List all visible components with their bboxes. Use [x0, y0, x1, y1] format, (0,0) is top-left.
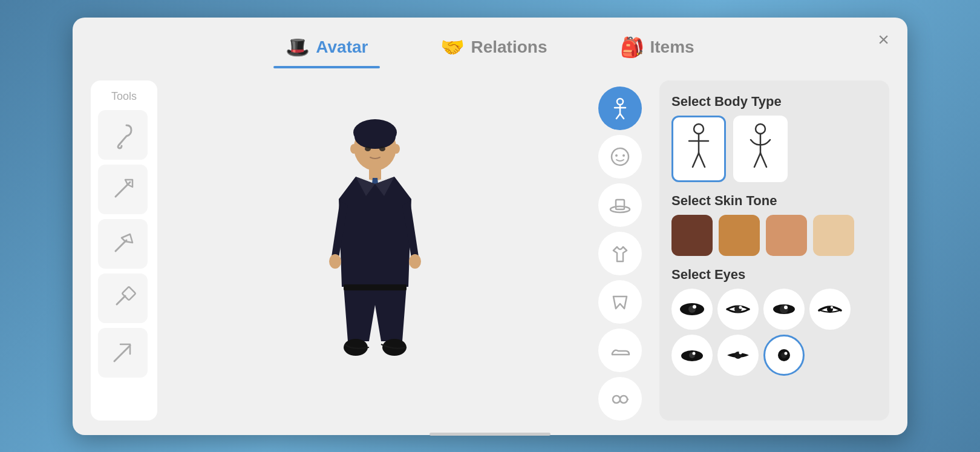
eye-option-4[interactable]: [809, 289, 851, 330]
tab-bar: 🎩 Avatar 🤝 Relations 🎒 Items ×: [73, 18, 907, 68]
body-type-male[interactable]: [671, 116, 726, 182]
tab-items[interactable]: 🎒 Items: [608, 28, 707, 68]
customization-panel: Select Body Type: [659, 80, 889, 421]
svg-point-28: [613, 396, 620, 403]
svg-point-49: [784, 306, 788, 309]
skin-dark[interactable]: [671, 215, 713, 256]
avatar-character: [315, 111, 436, 390]
svg-point-13: [329, 254, 341, 269]
svg-point-51: [831, 306, 833, 309]
arrow-tool[interactable]: [98, 328, 148, 378]
hook-tool[interactable]: [98, 110, 148, 160]
skin-tone-grid: [671, 215, 877, 256]
face-icon-btn[interactable]: [598, 135, 642, 179]
hat-icon-btn[interactable]: [598, 183, 642, 227]
body-type-grid: [671, 116, 877, 182]
svg-point-17: [382, 339, 407, 356]
pants-icon-btn[interactable]: [598, 280, 642, 324]
svg-point-18: [617, 99, 623, 105]
svg-point-24: [615, 154, 618, 157]
bottom-bar: [73, 433, 907, 437]
skin-tone-section: Select Skin Tone: [671, 193, 877, 256]
svg-line-2: [117, 296, 125, 304]
eye-option-2[interactable]: [717, 289, 759, 330]
main-dialog: 🎩 Avatar 🤝 Relations 🎒 Items × Tools: [73, 18, 907, 435]
axe-icon: [108, 175, 137, 204]
tab-relations[interactable]: 🤝 Relations: [428, 28, 559, 68]
tools-label: Tools: [98, 90, 150, 103]
skin-medium-dark[interactable]: [719, 215, 760, 256]
svg-line-40: [754, 153, 760, 167]
svg-point-23: [612, 148, 629, 165]
svg-point-8: [365, 146, 371, 151]
content-area: Tools: [73, 68, 907, 433]
glasses-icon-btn[interactable]: [598, 377, 642, 421]
body-type-female[interactable]: [733, 116, 788, 182]
avatar-tab-icon: 🎩: [286, 36, 310, 59]
svg-point-54: [693, 352, 696, 355]
svg-point-25: [622, 154, 625, 157]
body-icon-btn[interactable]: [598, 87, 642, 130]
svg-line-37: [699, 153, 705, 167]
svg-point-16: [344, 339, 368, 356]
items-tab-icon: 🎒: [620, 36, 644, 59]
svg-point-44: [693, 305, 696, 309]
side-icons-panel: [593, 80, 647, 421]
svg-point-59: [785, 352, 788, 355]
items-tab-label: Items: [650, 38, 694, 57]
svg-point-7: [354, 125, 396, 149]
svg-point-33: [694, 124, 704, 134]
svg-rect-27: [616, 200, 624, 209]
eye-option-3[interactable]: [763, 289, 805, 330]
shirt-icon-btn[interactable]: [598, 232, 642, 275]
scroll-indicator: [430, 433, 550, 436]
svg-line-21: [616, 114, 620, 119]
eye-option-1[interactable]: [671, 289, 713, 330]
tools-panel: Tools: [91, 80, 157, 421]
eye-option-7[interactable]: [763, 335, 805, 376]
pickaxe-tool[interactable]: [98, 219, 148, 269]
relations-tab-label: Relations: [471, 38, 547, 57]
hammer-tool[interactable]: [98, 273, 148, 323]
arrow-icon: [108, 338, 137, 367]
eye-option-6[interactable]: [717, 335, 759, 376]
svg-point-46: [739, 306, 742, 309]
eyes-title: Select Eyes: [671, 267, 877, 283]
svg-point-38: [756, 124, 765, 134]
eye-option-5[interactable]: [671, 335, 713, 376]
skin-tone-title: Select Skin Tone: [671, 193, 877, 209]
axe-tool[interactable]: [98, 165, 148, 214]
pickaxe-icon: [108, 229, 137, 258]
svg-rect-15: [344, 284, 407, 290]
svg-point-29: [620, 396, 627, 403]
svg-point-14: [409, 254, 421, 269]
avatar-tab-label: Avatar: [316, 38, 368, 57]
tab-avatar[interactable]: 🎩 Avatar: [273, 28, 380, 68]
svg-line-22: [620, 114, 624, 119]
body-type-title: Select Body Type: [671, 94, 877, 110]
eyes-grid: [671, 289, 877, 376]
svg-point-56: [739, 351, 742, 354]
relations-tab-icon: 🤝: [440, 36, 465, 59]
hook-icon: [108, 120, 137, 149]
shoes-icon-btn[interactable]: [598, 329, 642, 372]
svg-line-41: [760, 153, 766, 167]
svg-point-11: [393, 144, 400, 154]
skin-light[interactable]: [813, 215, 854, 256]
skin-medium[interactable]: [766, 215, 807, 256]
close-button[interactable]: ×: [878, 30, 889, 49]
svg-line-36: [693, 153, 699, 167]
svg-point-10: [350, 144, 358, 154]
eyes-section: Select Eyes: [671, 267, 877, 376]
hammer-icon: [108, 284, 137, 313]
avatar-preview: [169, 80, 581, 421]
body-type-section: Select Body Type: [671, 94, 877, 182]
svg-line-4: [114, 346, 130, 361]
svg-point-9: [379, 146, 385, 151]
